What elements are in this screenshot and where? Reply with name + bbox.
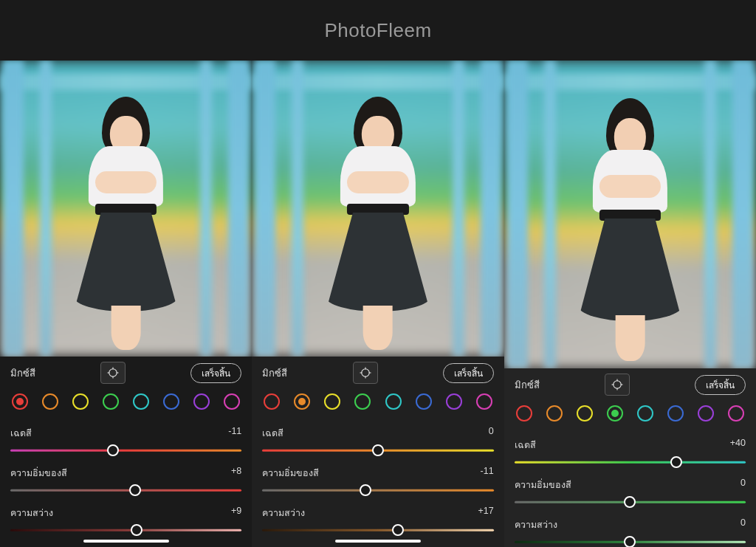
swatch-aqua[interactable]	[133, 393, 149, 410]
hue-slider-row: เฉดสี0	[262, 426, 493, 455]
hue-slider[interactable]	[515, 457, 746, 467]
color-swatch-row	[515, 399, 746, 430]
svg-point-0	[109, 369, 117, 377]
swatch-green[interactable]	[354, 393, 371, 410]
targeted-adjustment-button[interactable]	[353, 362, 378, 384]
background-pillar	[453, 61, 464, 357]
luminance-slider[interactable]	[262, 525, 493, 535]
saturation-slider-track	[262, 489, 493, 492]
hue-slider-track	[515, 461, 746, 464]
subject-arm	[95, 171, 157, 193]
background-pillar	[481, 61, 501, 357]
hue-slider[interactable]	[262, 445, 493, 455]
hue-slider-thumb[interactable]	[670, 456, 682, 468]
hue-slider[interactable]	[10, 445, 241, 455]
luminance-value: +17	[478, 506, 493, 520]
saturation-slider[interactable]	[10, 485, 241, 495]
luminance-slider-row: ความสว่าง0	[515, 517, 746, 547]
luminance-slider-thumb[interactable]	[131, 524, 142, 536]
photo-subject	[59, 86, 193, 357]
saturation-slider-thumb[interactable]	[129, 484, 141, 496]
hue-slider-thumb[interactable]	[372, 444, 384, 456]
swatch-blue[interactable]	[416, 393, 432, 410]
photo-preview[interactable]	[504, 61, 756, 368]
editor-panel: มิกซ์สีเสร็จสิ้นเฉดสี0ความอิ่มของสี-11คว…	[252, 61, 504, 547]
swatch-aqua[interactable]	[385, 393, 402, 410]
swatch-red[interactable]	[12, 393, 28, 410]
swatch-orange[interactable]	[546, 405, 563, 422]
done-button[interactable]: เสร็จสิ้น	[695, 375, 746, 395]
background-pillar	[200, 61, 212, 357]
targeted-adjustment-button[interactable]	[605, 374, 630, 396]
luminance-label: ความสว่าง	[262, 506, 305, 520]
photo-preview[interactable]	[0, 61, 252, 357]
swatch-purple[interactable]	[193, 393, 210, 410]
swatch-blue[interactable]	[667, 405, 684, 422]
saturation-label: ความอิ่มของสี	[262, 466, 319, 481]
hue-value: +40	[730, 438, 746, 453]
editor-panel: มิกซ์สีเสร็จสิ้นเฉดสี+40ความอิ่มของสี0คว…	[504, 61, 756, 547]
saturation-slider[interactable]	[515, 497, 746, 507]
swatch-yellow[interactable]	[324, 393, 340, 410]
luminance-label-row: ความสว่าง+17	[262, 506, 493, 520]
svg-point-10	[614, 381, 622, 389]
saturation-slider-thumb[interactable]	[360, 484, 371, 496]
color-mix-label: มิกซ์สี	[262, 365, 287, 381]
swatch-magenta[interactable]	[728, 405, 744, 422]
subject-legs	[111, 306, 141, 350]
background-pillar	[40, 61, 52, 357]
background-pillar	[507, 61, 528, 368]
saturation-value: +8	[231, 466, 241, 481]
saturation-label-row: ความอิ่มของสี0	[515, 478, 746, 492]
swatch-green[interactable]	[103, 393, 119, 410]
saturation-slider-track	[10, 489, 241, 492]
subject-arm	[599, 175, 661, 198]
target-icon	[106, 366, 120, 379]
saturation-label-row: ความอิ่มของสี+8	[10, 466, 241, 481]
color-swatch-row	[262, 388, 493, 419]
slider-group: เฉดสี0ความอิ่มของสี-11ความสว่าง+17	[262, 419, 493, 535]
swatch-magenta[interactable]	[476, 393, 492, 410]
photo-subject	[312, 86, 445, 357]
swatch-aqua[interactable]	[637, 405, 653, 422]
home-indicator[interactable]	[335, 540, 421, 543]
swatch-green[interactable]	[607, 405, 623, 422]
luminance-label-row: ความสว่าง+9	[10, 506, 241, 520]
luminance-slider-thumb[interactable]	[392, 524, 404, 536]
swatch-orange[interactable]	[42, 393, 58, 410]
luminance-slider-thumb[interactable]	[624, 536, 636, 547]
targeted-adjustment-button[interactable]	[100, 362, 126, 384]
swatch-red[interactable]	[516, 405, 532, 422]
saturation-slider-thumb[interactable]	[624, 496, 636, 508]
hue-slider-row: เฉดสี+40	[515, 438, 746, 467]
brand-header: PhotoFleem	[0, 0, 756, 61]
hue-label: เฉดสี	[262, 426, 284, 441]
swatch-yellow[interactable]	[72, 393, 89, 410]
background-pillar	[228, 61, 249, 357]
swatch-yellow[interactable]	[577, 405, 593, 422]
swatch-magenta[interactable]	[224, 393, 240, 410]
color-swatch-row	[10, 388, 241, 419]
swatch-red[interactable]	[264, 393, 280, 410]
luminance-slider[interactable]	[10, 525, 241, 535]
home-indicator[interactable]	[83, 540, 169, 543]
luminance-label: ความสว่าง	[515, 517, 557, 532]
photo-preview[interactable]	[252, 61, 504, 357]
color-mix-header-row: มิกซ์สีเสร็จสิ้น	[262, 357, 493, 388]
hue-slider-thumb[interactable]	[107, 444, 119, 456]
saturation-value: 0	[740, 478, 746, 492]
done-button[interactable]: เสร็จสิ้น	[190, 363, 241, 383]
saturation-slider-row: ความอิ่มของสี0	[515, 478, 746, 507]
background-pillar	[732, 61, 753, 368]
subject-skirt	[74, 213, 178, 312]
swatch-purple[interactable]	[446, 393, 462, 410]
swatch-purple[interactable]	[698, 405, 714, 422]
saturation-label: ความอิ่มของสี	[515, 478, 571, 492]
saturation-slider[interactable]	[262, 485, 493, 495]
swatch-blue[interactable]	[163, 393, 179, 410]
luminance-slider-track	[262, 529, 493, 531]
swatch-orange[interactable]	[294, 393, 310, 410]
luminance-slider[interactable]	[515, 537, 746, 547]
done-button[interactable]: เสร็จสิ้น	[443, 363, 494, 383]
color-mix-controls: มิกซ์สีเสร็จสิ้นเฉดสี0ความอิ่มของสี-11คว…	[252, 357, 504, 547]
